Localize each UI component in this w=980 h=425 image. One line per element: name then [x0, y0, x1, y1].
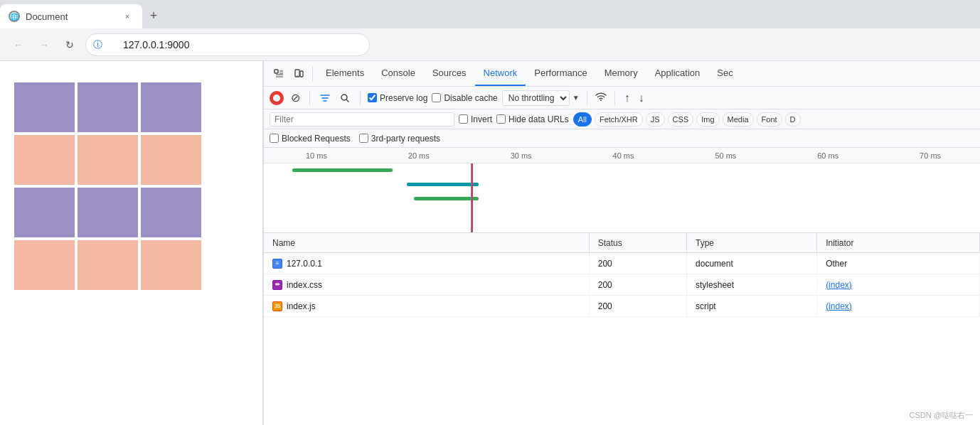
clear-button[interactable]: ⊘	[288, 91, 302, 105]
grid-cell	[141, 240, 201, 290]
wifi-icon	[595, 92, 607, 104]
filter-type-img[interactable]: Img	[696, 112, 719, 127]
filter-type-d[interactable]: D	[785, 112, 801, 127]
filter-input[interactable]	[270, 112, 454, 127]
svg-point-5	[600, 99, 602, 101]
table-header: Name Status Type Initiator	[264, 233, 980, 253]
device-icon-button[interactable]	[289, 65, 308, 83]
hide-data-urls-checkbox[interactable]: Hide data URLs	[496, 114, 569, 124]
filter-type-buttons: All Fetch/XHR JS CSS Img Media Font D	[573, 112, 801, 127]
grid-cell	[78, 135, 138, 185]
row-initiator-cell: (index)	[817, 296, 980, 316]
grid-cell	[14, 188, 75, 237]
timeline-mark-20: 20 ms	[366, 151, 469, 160]
network-filter-bar: ⊘ Preserve log Disable cache	[264, 87, 980, 109]
tab-network[interactable]: Network	[475, 61, 526, 86]
download-button[interactable]: ↓	[637, 92, 646, 104]
row-type-cell: script	[687, 296, 817, 316]
initiator-link[interactable]: (index)	[826, 280, 852, 290]
table-row[interactable]: ✏ index.css 200 stylesheet (index)	[264, 274, 980, 296]
forward-button[interactable]: →	[34, 35, 54, 55]
tab-application[interactable]: Application	[646, 61, 709, 86]
css-file-icon: ✏	[272, 280, 282, 290]
address-input[interactable]: ⓘ 127.0.0.1:9000	[85, 33, 370, 56]
header-status: Status	[590, 233, 687, 252]
url-text: 127.0.0.1:9000	[109, 39, 189, 50]
timeline-bar-green-1	[292, 168, 393, 172]
filter-type-font[interactable]: Font	[757, 112, 782, 127]
row-type-cell: document	[687, 253, 817, 274]
row-name-cell: ✏ index.css	[264, 274, 590, 295]
throttle-select[interactable]: No throttling	[502, 90, 570, 106]
timeline-mark-30: 30 ms	[469, 151, 571, 160]
tab-memory[interactable]: Memory	[596, 61, 646, 86]
svg-rect-0	[275, 70, 278, 73]
filter-type-fetch[interactable]: Fetch/XHR	[595, 112, 643, 127]
disable-cache-checkbox[interactable]: Disable cache	[432, 93, 497, 103]
third-party-checkbox[interactable]: 3rd-party requests	[359, 134, 440, 144]
devtools-toolbar: Elements Console Sources Network Perform…	[264, 61, 980, 87]
table-row[interactable]: ≡ 127.0.0.1 200 document Other	[264, 253, 980, 274]
tab-elements[interactable]: Elements	[317, 61, 373, 86]
tab-sources[interactable]: Sources	[424, 61, 475, 86]
preserve-log-checkbox[interactable]: Preserve log	[368, 93, 427, 103]
initiator-link[interactable]: (index)	[826, 301, 852, 311]
inspect-icon-button[interactable]	[270, 65, 288, 83]
row-name-cell: JS index.js	[264, 296, 590, 316]
html-file-icon: ≡	[272, 259, 282, 269]
grid-cell	[78, 82, 138, 132]
active-tab[interactable]: 🌐 Document ×	[0, 4, 142, 28]
main-area: Elements Console Sources Network Perform…	[0, 61, 980, 425]
timeline-bar-green-2	[414, 197, 479, 200]
timeline-row-2	[264, 178, 980, 192]
devtools-panel: Elements Console Sources Network Perform…	[263, 61, 980, 425]
header-type: Type	[687, 233, 817, 252]
tab-title: Document	[26, 11, 68, 22]
new-tab-button[interactable]: +	[142, 4, 165, 27]
row-status-cell: 200	[590, 253, 687, 274]
grid-cell	[14, 82, 75, 132]
header-initiator: Initiator	[817, 233, 980, 252]
grid-cell	[14, 135, 75, 185]
grid-cell	[14, 240, 75, 290]
filter-divider	[309, 91, 310, 105]
tab-close-button[interactable]: ×	[121, 10, 134, 23]
filter-icon-button[interactable]	[317, 90, 333, 106]
search-icon-button[interactable]	[337, 90, 353, 106]
wifi-divider	[614, 91, 615, 105]
timeline-mark-70: 70 ms	[878, 151, 980, 160]
grid-cell	[141, 188, 201, 237]
timeline-bars	[264, 163, 980, 233]
filter-type-css[interactable]: CSS	[668, 112, 694, 127]
record-button[interactable]	[270, 91, 284, 105]
address-bar: ← → ↻ ⓘ 127.0.0.1:9000	[0, 28, 980, 61]
timeline-row-1	[264, 163, 980, 178]
table-row[interactable]: JS index.js 200 script (index)	[264, 296, 980, 317]
tab-security[interactable]: Sec	[708, 61, 741, 86]
reload-button[interactable]: ↻	[60, 35, 80, 55]
timeline-mark-10: 10 ms	[264, 151, 366, 160]
devtools-tabs: Elements Console Sources Network Perform…	[317, 61, 742, 86]
filter-type-media[interactable]: Media	[723, 112, 754, 127]
timeline-mark-50: 50 ms	[673, 151, 775, 160]
throttle-row: No throttling ▼	[502, 90, 580, 106]
svg-rect-2	[300, 71, 303, 77]
timeline-ruler: 10 ms 20 ms 30 ms 40 ms 50 ms 60 ms 70 m…	[264, 148, 980, 163]
filter-type-all[interactable]: All	[573, 112, 592, 127]
tab-bar: 🌐 Document × +	[0, 0, 980, 28]
network-table: Name Status Type Initiator ≡ 127.0.0.1 2…	[264, 233, 980, 425]
timeline-mark-40: 40 ms	[571, 151, 673, 160]
filter-type-js[interactable]: JS	[646, 112, 665, 127]
invert-checkbox[interactable]: Invert	[459, 114, 492, 124]
tab-favicon: 🌐	[9, 11, 20, 22]
js-file-icon: JS	[272, 301, 282, 311]
upload-button[interactable]: ↑	[622, 92, 632, 104]
grid-cell	[141, 135, 201, 185]
back-button[interactable]: ←	[9, 35, 28, 55]
toolbar-divider	[312, 67, 313, 81]
page-content	[0, 61, 263, 425]
watermark: CSDN @哒哒右一	[910, 410, 973, 421]
blocked-requests-checkbox[interactable]: Blocked Requests	[270, 134, 351, 144]
tab-console[interactable]: Console	[373, 61, 424, 86]
tab-performance[interactable]: Performance	[526, 61, 595, 86]
